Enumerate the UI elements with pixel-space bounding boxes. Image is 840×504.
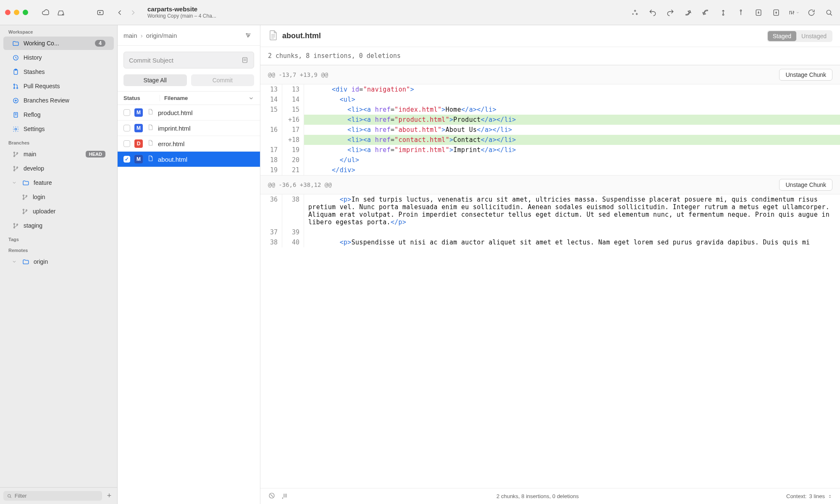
code-line[interactable]: 3840 <p>Suspendisse ut nisi ac diam auct… [260,237,840,247]
sidebar-item-label: Reflog [24,111,105,118]
code-line[interactable]: 1719 <li><a href="imprint.html">Imprint<… [260,145,840,155]
segment-unstaged[interactable]: Unstaged [796,31,832,41]
code-line[interactable]: 3638 <p>In sed turpis luctus, venenatis … [260,194,840,227]
sidebar-item-pull-requests[interactable]: Pull Requests [3,79,114,93]
sidebar-item-history[interactable]: History [3,51,114,64]
column-header-status[interactable]: Status [123,95,160,101]
code-line[interactable]: 1820 </ul> [260,155,840,165]
sidebar-section-remotes: Remotes [0,244,117,255]
file-checkbox[interactable] [123,140,130,147]
disk-icon[interactable] [55,7,67,18]
zoom-window-button[interactable] [23,10,28,15]
sidebar-branch-uploader[interactable]: uploader [3,205,114,218]
sidebar-branch-main[interactable]: main HEAD [3,147,114,161]
svg-point-28 [13,223,15,224]
sidebar-item-settings[interactable]: Settings [3,122,114,136]
code-line[interactable]: 1617 <li><a href="about.html">About Us</… [260,125,840,135]
sidebar-section-tags: Tags [0,233,117,244]
file-row[interactable]: Mimprint.html [118,121,260,136]
search-icon[interactable] [823,7,835,18]
sidebar-remote-origin[interactable]: origin [3,255,114,268]
diff-panel: about.html Staged Unstaged 2 chunks, 8 i… [260,25,840,504]
branch-label: develop [24,165,105,172]
settings-dropdown-icon[interactable] [788,7,800,18]
code-line[interactable]: 1921 </div> [260,165,840,175]
minimize-window-button[interactable] [14,10,19,15]
line-number-new: 21 [282,165,304,175]
sidebar-branch-develop[interactable]: develop [3,162,114,175]
clock-icon [12,54,19,61]
sidebar-filter[interactable] [3,491,102,501]
file-name: about.html [158,156,187,163]
nav-forward-icon[interactable] [127,7,139,18]
undo-icon[interactable] [647,7,659,18]
file-row[interactable]: Mproduct.html [118,105,260,121]
sidebar-branch-feature-folder[interactable]: feature [3,176,114,189]
upload-icon[interactable] [735,7,747,18]
code-line[interactable]: 1515 <li><a href="index.html">Home</a></… [260,105,840,115]
sidebar-filter-input[interactable] [15,493,99,499]
close-window-button[interactable] [5,10,10,15]
wrap-icon[interactable] [281,492,289,501]
line-number-new: +16 [282,115,304,125]
refresh-icon[interactable] [806,7,817,18]
sidebar-item-stashes[interactable]: Stashes [3,65,114,79]
titlebar: carparts-website Working Copy (main – 4 … [0,0,840,25]
line-number-old: 15 [260,105,282,115]
context-selector[interactable]: Context: 3 lines [786,493,832,499]
head-badge: HEAD [86,151,105,158]
sidebar-item-branches-review[interactable]: Branches Review [3,94,114,107]
status-chip: M [134,155,143,163]
file-row[interactable]: Mabout.html [118,152,260,167]
back-to-overview-icon[interactable] [94,7,106,18]
svg-point-29 [13,227,15,228]
stash-down-icon[interactable] [753,7,764,18]
segment-staged[interactable]: Staged [768,31,796,41]
pull-icon[interactable] [700,7,711,18]
unstage-chunk-button[interactable]: Unstage Chunk [779,179,832,191]
code-line[interactable]: 1414 <ul> [260,94,840,105]
sidebar-item-working-copy[interactable]: Working Co... 4 [3,37,114,50]
nav-back-icon[interactable] [114,7,126,18]
code-line[interactable]: 1313 <div id="navigation"> [260,84,840,94]
chevron-down-icon [12,259,18,264]
fetch-icon[interactable] [717,7,729,18]
stage-all-button[interactable]: Stage All [123,74,187,86]
commit-button[interactable]: Commit [191,74,255,86]
commit-subject-input[interactable]: Commit Subject [123,52,254,68]
file-row[interactable]: Derror.html [118,136,260,152]
add-button[interactable]: + [105,491,117,500]
column-header-filename[interactable]: Filename [160,95,254,101]
clipboard-icon [12,68,19,76]
unstage-chunk-button[interactable]: Unstage Chunk [779,69,832,81]
file-checkbox[interactable] [123,156,130,163]
line-number-old: 19 [260,165,282,175]
sidebar-branch-staging[interactable]: staging [3,219,114,232]
commit-panel: main › origin/main Commit Subject Stage … [118,25,260,504]
code-line[interactable]: +18 <li><a href="contact.html">Contact</… [260,135,840,145]
svg-point-19 [13,166,15,167]
sidebar-branch-login[interactable]: login [3,190,114,204]
svg-point-12 [16,87,18,89]
cloud-icon[interactable] [40,7,52,18]
code-line[interactable]: 3739 [260,227,840,237]
breadcrumb-local[interactable]: main [123,32,137,39]
sidebar-item-reflog[interactable]: Reflog [3,108,114,121]
breadcrumb-remote[interactable]: origin/main [146,32,177,39]
blame-icon[interactable] [268,492,276,501]
code-content: <li><a href="product.html">Product</a></… [304,115,840,125]
svg-point-11 [13,87,15,89]
staged-unstaged-segment: Staged Unstaged [767,30,832,42]
code-line[interactable]: +16 <li><a href="product.html">Product</… [260,115,840,125]
branch-icon [12,222,19,229]
file-checkbox[interactable] [123,125,130,131]
compare-icon [12,97,19,104]
context-value: 3 lines [809,493,825,499]
redo-icon[interactable] [664,7,676,18]
filter-settings-icon[interactable] [242,29,254,41]
sparkle-icon[interactable] [629,7,641,18]
stash-up-icon[interactable] [770,7,782,18]
push-icon[interactable] [682,7,694,18]
line-number-old: 18 [260,155,282,165]
file-checkbox[interactable] [123,109,130,116]
